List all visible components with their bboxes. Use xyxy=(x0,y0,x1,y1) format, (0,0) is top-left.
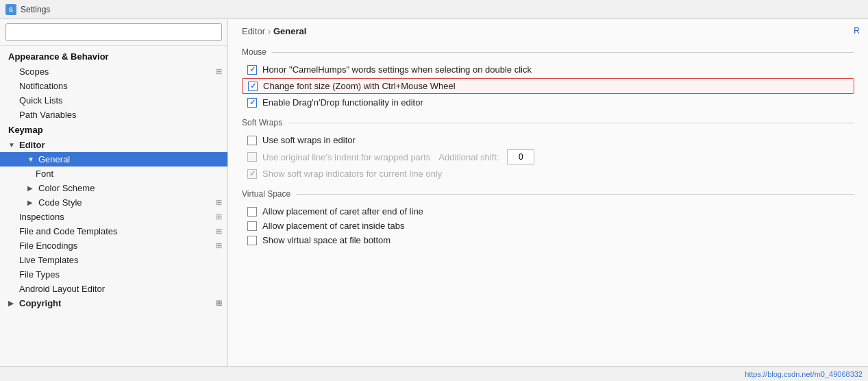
sidebar-item-general[interactable]: ▼ General xyxy=(0,152,227,167)
sidebar-item-inspections[interactable]: Inspections ⊞ xyxy=(0,210,227,224)
sidebar-item-file-encodings[interactable]: File Encodings ⊞ xyxy=(0,238,227,253)
breadcrumb-current: General xyxy=(273,26,306,36)
search-input[interactable] xyxy=(5,23,222,41)
scopes-icon: ⊞ xyxy=(216,67,222,76)
label-show-virtual-space: Show virtual space at file bottom xyxy=(262,235,390,245)
mouse-section: Mouse Honor "CamelHumps" words settings … xyxy=(228,42,868,112)
label-show-soft-wrap-indicators: Show soft wrap indicators for current li… xyxy=(262,169,442,179)
cb-honor-camelhumps[interactable] xyxy=(247,65,257,75)
virtual-space-section-label: Virtual Space xyxy=(242,189,854,199)
additional-shift-label: Additional shift: xyxy=(438,152,499,162)
title-bar: S Settings xyxy=(0,0,868,19)
sidebar-item-path-variables[interactable]: Path Variables xyxy=(0,108,227,122)
option-use-original-indent: Use original line's indent for wrapped p… xyxy=(242,147,854,167)
cb-show-soft-wrap-indicators[interactable] xyxy=(247,169,257,179)
svg-text:S: S xyxy=(9,6,13,13)
label-honor-camelhumps: Honor "CamelHumps" words settings when s… xyxy=(262,64,532,75)
content-area: Editor › General R Mouse Honor "CamelHum… xyxy=(228,19,868,366)
sidebar-item-editor[interactable]: ▼ Editor xyxy=(0,138,227,152)
option-change-font-size: Change font size (Zoom) with Ctrl+Mouse … xyxy=(242,78,854,94)
breadcrumb-separator: › xyxy=(268,27,271,36)
soft-wraps-section: Soft Wraps Use soft wraps in editor Use … xyxy=(228,112,868,184)
settings-tree: Appearance & Behavior Scopes ⊞ Notificat… xyxy=(0,46,227,366)
sidebar-item-color-scheme[interactable]: ▶ Color Scheme xyxy=(0,181,227,195)
search-wrap xyxy=(0,19,227,46)
cb-enable-dragndrop[interactable] xyxy=(247,98,257,108)
sidebar-item-scopes[interactable]: Scopes ⊞ xyxy=(0,64,227,79)
option-honor-camelhumps: Honor "CamelHumps" words settings when s… xyxy=(242,62,854,77)
group-appearance: Appearance & Behavior xyxy=(0,49,227,64)
option-enable-dragndrop: Enable Drag'n'Drop functionality in edit… xyxy=(242,95,854,110)
copyright-icon: ⊞ xyxy=(216,299,222,308)
sidebar-item-file-and-code-templates[interactable]: File and Code Templates ⊞ xyxy=(0,224,227,238)
label-use-original-indent: Use original line's indent for wrapped p… xyxy=(262,152,430,162)
option-allow-caret-inside-tabs: Allow placement of caret inside tabs xyxy=(242,219,854,233)
file-code-templates-icon: ⊞ xyxy=(216,227,222,236)
option-show-virtual-space: Show virtual space at file bottom xyxy=(242,233,854,247)
virtual-space-section: Virtual Space Allow placement of caret a… xyxy=(228,184,868,250)
app-icon: S xyxy=(5,4,16,15)
label-enable-dragndrop: Enable Drag'n'Drop functionality in edit… xyxy=(262,97,423,108)
window-title: Settings xyxy=(21,5,50,14)
cb-change-font-size[interactable] xyxy=(248,82,258,91)
label-allow-caret-after-eol: Allow placement of caret after end of li… xyxy=(262,206,423,217)
cb-allow-caret-after-eol[interactable] xyxy=(247,207,257,217)
cb-use-soft-wraps[interactable] xyxy=(247,136,257,145)
group-keymap: Keymap xyxy=(0,122,227,138)
editor-expand-arrow: ▼ xyxy=(8,141,16,149)
cb-show-virtual-space[interactable] xyxy=(247,236,257,245)
copyright-expand-arrow: ▶ xyxy=(8,299,16,307)
breadcrumb-parent: Editor xyxy=(242,26,265,36)
sidebar-item-quick-lists[interactable]: Quick Lists xyxy=(0,93,227,108)
label-change-font-size: Change font size (Zoom) with Ctrl+Mouse … xyxy=(263,81,456,91)
inspections-icon: ⊞ xyxy=(216,212,222,221)
option-use-soft-wraps: Use soft wraps in editor xyxy=(242,133,854,147)
sidebar-item-font[interactable]: Font xyxy=(0,167,227,181)
cb-allow-caret-inside-tabs[interactable] xyxy=(247,221,257,231)
sidebar-item-android-layout-editor[interactable]: Android Layout Editor xyxy=(0,282,227,296)
color-scheme-expand-arrow: ▶ xyxy=(27,184,36,192)
breadcrumb: Editor › General xyxy=(228,19,868,42)
general-expand-arrow: ▼ xyxy=(27,156,36,163)
sidebar-item-copyright[interactable]: ▶ Copyright ⊞ xyxy=(0,296,227,310)
label-use-soft-wraps: Use soft wraps in editor xyxy=(262,135,356,145)
file-encodings-icon: ⊞ xyxy=(216,241,222,250)
label-allow-caret-inside-tabs: Allow placement of caret inside tabs xyxy=(262,221,404,231)
status-bar: https://blog.csdn.net/m0_49068332 xyxy=(0,366,868,381)
additional-shift-input[interactable] xyxy=(507,149,534,164)
cb-use-original-indent[interactable] xyxy=(247,152,257,162)
code-style-expand-arrow: ▶ xyxy=(27,199,36,206)
status-url: https://blog.csdn.net/m0_49068332 xyxy=(745,370,863,378)
sidebar-item-code-style[interactable]: ▶ Code Style ⊞ xyxy=(0,195,227,210)
sidebar-item-live-templates[interactable]: Live Templates xyxy=(0,253,227,267)
code-style-icon: ⊞ xyxy=(216,198,222,207)
option-show-soft-wrap-indicators: Show soft wrap indicators for current li… xyxy=(242,167,854,181)
reset-link[interactable]: R xyxy=(854,26,860,36)
sidebar-item-file-types[interactable]: File Types xyxy=(0,267,227,282)
sidebar-item-notifications[interactable]: Notifications xyxy=(0,79,227,93)
soft-wraps-section-label: Soft Wraps xyxy=(242,118,854,127)
mouse-section-label: Mouse xyxy=(242,47,854,57)
settings-sidebar: Appearance & Behavior Scopes ⊞ Notificat… xyxy=(0,19,228,366)
option-allow-caret-after-eol: Allow placement of caret after end of li… xyxy=(242,204,854,219)
